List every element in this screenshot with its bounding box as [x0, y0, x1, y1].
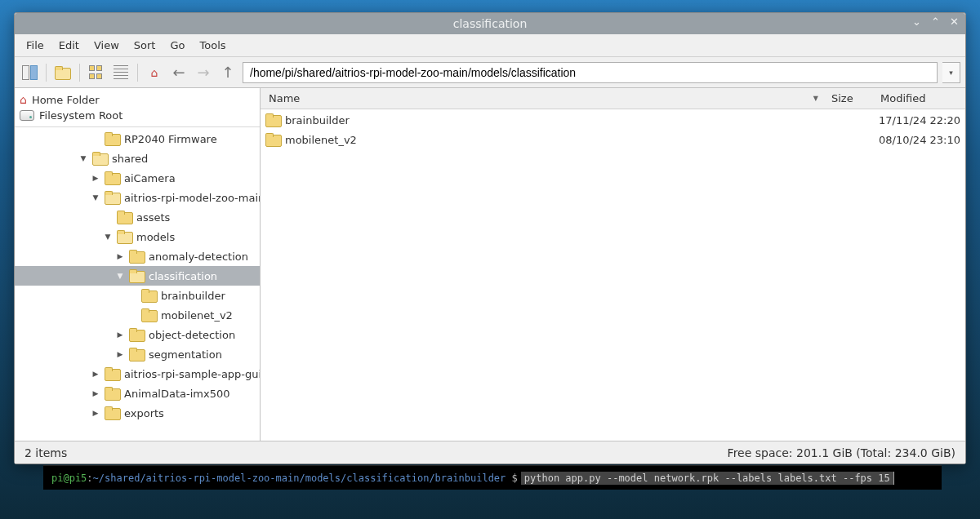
column-headers: Name ▼ Size Modified: [261, 88, 965, 109]
close-button[interactable]: ✕: [948, 16, 960, 28]
tree-item-aitrios-rpi-model-zoo-main[interactable]: ▼aitrios-rpi-model-zoo-main: [15, 188, 260, 207]
column-size[interactable]: Size: [826, 92, 875, 104]
folder-icon: [92, 152, 109, 165]
view-split-button[interactable]: [20, 63, 39, 82]
icon-view-button[interactable]: [87, 63, 106, 82]
home-icon: ⌂: [151, 66, 158, 79]
file-manager-window: classification ⌄ ⌃ ✕ File Edit View Sort…: [14, 12, 966, 464]
file-row[interactable]: brainbuilder17/11/24 22:20: [261, 110, 965, 130]
go-home-button[interactable]: ⌂: [145, 63, 164, 82]
folder-icon: [141, 289, 158, 302]
expander-icon[interactable]: ▼: [90, 193, 101, 202]
terminal[interactable]: pi@pi5 : ~/shared/aitrios-rpi-model-zoo-…: [43, 465, 942, 490]
tree-item-label: models: [136, 231, 175, 243]
tree-item-animaldata-imx500[interactable]: ▶AnimalData-imx500: [15, 384, 260, 403]
path-dropdown-button[interactable]: ▾: [942, 62, 960, 83]
place-filesystem[interactable]: Filesystem Root: [15, 108, 260, 123]
file-pane: Name ▼ Size Modified brainbuilder17/11/2…: [261, 88, 965, 441]
chevron-down-icon: ▾: [949, 69, 953, 77]
tree-item-mobilenet-v2[interactable]: mobilenet_v2: [15, 305, 260, 325]
expander-icon[interactable]: ▶: [114, 350, 126, 358]
tree-item-exports[interactable]: ▶exports: [15, 403, 260, 423]
file-name: mobilenet_v2: [285, 134, 357, 146]
tree-item-rp2040-firmware[interactable]: RP2040 Firmware: [15, 129, 260, 149]
menubar: File Edit View Sort Go Tools: [15, 34, 965, 57]
terminal-user: pi@pi5: [51, 472, 87, 484]
expander-icon[interactable]: ▶: [90, 409, 101, 417]
menu-edit[interactable]: Edit: [52, 37, 86, 54]
tree-item-anomaly-detection[interactable]: ▶anomaly-detection: [15, 246, 260, 266]
drive-icon: [20, 110, 34, 121]
nav-back-button[interactable]: ←: [169, 63, 189, 82]
folder-icon: [105, 171, 121, 184]
places-panel: ⌂ Home Folder Filesystem Root: [15, 88, 260, 127]
column-name[interactable]: Name ▼: [261, 92, 826, 104]
column-modified[interactable]: Modified: [875, 92, 965, 104]
tree-item-aicamera[interactable]: ▶aiCamera: [15, 168, 260, 188]
folder-icon: [265, 113, 282, 126]
minimize-button[interactable]: ⌄: [911, 16, 923, 28]
tree-item-object-detection[interactable]: ▶object-detection: [15, 325, 260, 344]
window-title: classification: [453, 17, 528, 30]
menu-view[interactable]: View: [87, 37, 126, 54]
file-list[interactable]: brainbuilder17/11/24 22:20mobilenet_v208…: [261, 109, 965, 441]
folder-icon: [105, 406, 121, 419]
folder-icon: [105, 191, 121, 204]
expander-icon[interactable]: ▶: [90, 174, 101, 182]
place-filesystem-label: Filesystem Root: [39, 109, 122, 122]
tree-item-models[interactable]: ▼models: [15, 227, 260, 246]
tree-item-label: shared: [112, 153, 148, 165]
sidebar: ⌂ Home Folder Filesystem Root RP2040 Fir…: [15, 88, 261, 441]
menu-file[interactable]: File: [20, 37, 51, 54]
expander-icon[interactable]: ▶: [90, 370, 101, 378]
tree-item-segmentation[interactable]: ▶segmentation: [15, 344, 260, 364]
nav-up-button[interactable]: ↑: [218, 63, 238, 82]
folder-icon: [129, 269, 145, 282]
list-view-button[interactable]: [111, 63, 131, 82]
expander-icon[interactable]: ▼: [114, 272, 126, 280]
expander-icon[interactable]: ▶: [90, 389, 101, 397]
terminal-command[interactable]: python app.py --model network.rpk --labe…: [521, 472, 894, 485]
path-input[interactable]: [243, 62, 938, 83]
tree-item-label: classification: [149, 270, 217, 282]
place-home[interactable]: ⌂ Home Folder: [15, 91, 260, 108]
file-row[interactable]: mobilenet_v208/10/24 23:10: [261, 130, 965, 149]
expander-icon[interactable]: ▼: [102, 233, 114, 241]
expander-icon[interactable]: ▼: [78, 154, 89, 162]
folder-icon: [129, 250, 145, 263]
tree-item-label: aitrios-rpi-sample-app-gui-tool: [124, 368, 260, 380]
maximize-button[interactable]: ⌃: [929, 16, 942, 28]
folder-icon: [265, 133, 282, 146]
tree-item-brainbuilder[interactable]: brainbuilder: [15, 286, 260, 305]
file-modified: 08/10/24 23:10: [875, 134, 965, 146]
tree-item-label: aiCamera: [124, 172, 176, 184]
file-modified: 17/11/24 22:20: [875, 114, 965, 126]
titlebar[interactable]: classification ⌄ ⌃ ✕: [15, 13, 965, 34]
nav-forward-button[interactable]: →: [194, 63, 213, 82]
tree-item-label: RP2040 Firmware: [124, 133, 217, 145]
folder-icon: [117, 211, 133, 224]
toolbar: ⌂ ← → ↑ ▾: [15, 57, 965, 88]
folder-icon: [117, 230, 133, 243]
menu-tools[interactable]: Tools: [194, 37, 233, 54]
folder-icon: [105, 387, 121, 400]
menu-go[interactable]: Go: [163, 37, 191, 54]
sort-indicator-icon: ▼: [813, 95, 818, 102]
tree-item-aitrios-rpi-sample-app-gui-tool[interactable]: ▶aitrios-rpi-sample-app-gui-tool: [15, 364, 260, 384]
tree-item-assets[interactable]: assets: [15, 207, 260, 227]
tree-item-classification[interactable]: ▼classification: [15, 266, 260, 286]
terminal-path: ~/shared/aitrios-rpi-model-zoo-main/mode…: [93, 472, 506, 484]
home-icon: ⌂: [20, 93, 27, 106]
open-folder-button[interactable]: [53, 63, 73, 82]
statusbar-space: Free space: 201.1 GiB (Total: 234.0 GiB): [728, 446, 956, 459]
tree-item-shared[interactable]: ▼shared: [15, 149, 260, 168]
tree-item-label: aitrios-rpi-model-zoo-main: [124, 192, 260, 204]
directory-tree[interactable]: RP2040 Firmware▼shared▶aiCamera▼aitrios-…: [15, 127, 260, 441]
folder-icon: [141, 308, 158, 322]
expander-icon[interactable]: ▶: [114, 252, 126, 260]
statusbar: 2 items Free space: 201.1 GiB (Total: 23…: [15, 441, 965, 464]
tree-item-label: exports: [124, 407, 164, 419]
expander-icon[interactable]: ▶: [114, 330, 126, 339]
folder-icon: [105, 132, 121, 145]
menu-sort[interactable]: Sort: [127, 37, 163, 54]
